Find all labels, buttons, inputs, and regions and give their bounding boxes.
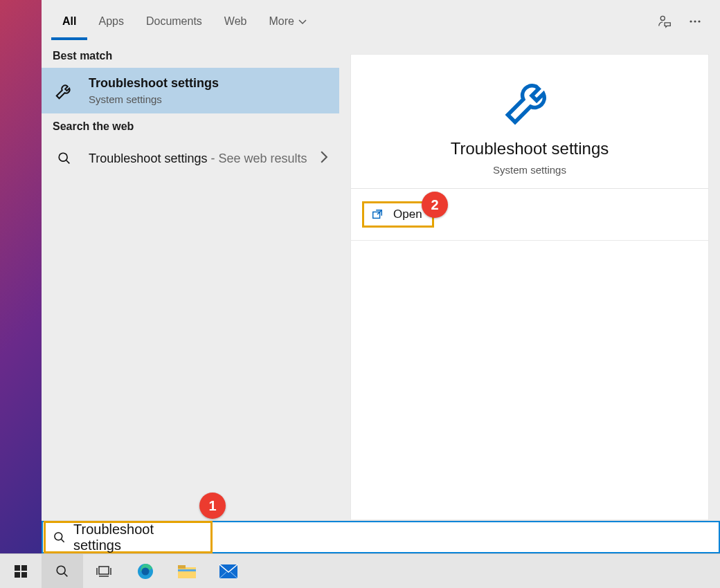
task-view-button[interactable]: [83, 554, 125, 589]
annotation-step-2: 2: [422, 192, 448, 218]
tab-web[interactable]: Web: [213, 3, 258, 40]
search-icon: [53, 531, 66, 544]
svg-point-4: [59, 153, 67, 161]
results-left-column: Best match Troubleshoot settings System …: [42, 43, 339, 520]
svg-rect-15: [178, 567, 196, 578]
web-result-suffix: - See web results: [207, 151, 307, 165]
web-result-text: Troubleshoot settings - See web results: [89, 151, 307, 166]
start-button[interactable]: [0, 554, 42, 589]
svg-rect-16: [178, 565, 186, 569]
best-match-result[interactable]: Troubleshoot settings System settings: [42, 68, 339, 113]
detail-wrench-icon: [501, 71, 559, 129]
best-match-title: Troubleshoot settings: [89, 76, 219, 91]
section-best-match: Best match: [42, 43, 339, 68]
svg-rect-10: [21, 572, 27, 578]
desktop-background: [0, 0, 42, 553]
search-input-value: Troubleshoot settings: [73, 522, 204, 553]
search-results-panel: All Apps Documents Web More Best match: [42, 0, 720, 521]
taskbar-app-edge[interactable]: [125, 554, 166, 589]
taskbar-search-button[interactable]: [42, 554, 83, 589]
taskbar-app-file-explorer[interactable]: [166, 554, 208, 589]
web-result[interactable]: Troubleshoot settings - See web results: [42, 138, 339, 178]
tab-more-label: More: [269, 15, 294, 28]
svg-point-3: [698, 20, 700, 22]
more-options-icon[interactable]: [680, 6, 710, 37]
search-panel-body: Best match Troubleshoot settings System …: [42, 43, 720, 520]
taskbar-app-mail[interactable]: [208, 554, 249, 589]
chevron-right-icon: [320, 151, 328, 166]
svg-point-6: [55, 532, 62, 540]
tab-apps[interactable]: Apps: [87, 3, 134, 40]
annotation-step-1: 1: [199, 493, 226, 519]
open-external-icon: [371, 208, 384, 221]
tab-documents[interactable]: Documents: [135, 3, 213, 40]
detail-actions: Open: [350, 189, 709, 241]
chevron-down-icon: [298, 15, 307, 28]
svg-rect-9: [15, 572, 20, 578]
svg-rect-8: [21, 565, 27, 571]
svg-point-1: [690, 20, 692, 22]
detail-subtitle: System settings: [493, 164, 566, 176]
search-tabs-row: All Apps Documents Web More: [42, 0, 720, 43]
open-button-label: Open: [393, 208, 422, 221]
results-right-column: Troubleshoot settings System settings Op…: [339, 43, 720, 520]
section-search-web: Search the web: [42, 113, 339, 138]
detail-title: Troubleshoot settings: [451, 139, 609, 158]
search-icon: [53, 147, 76, 170]
wrench-icon: [53, 79, 76, 102]
best-match-text: Troubleshoot settings System settings: [89, 76, 219, 105]
taskbar: [0, 553, 720, 588]
detail-blank-area: [350, 241, 709, 520]
svg-rect-7: [15, 565, 20, 571]
feedback-icon[interactable]: [649, 6, 680, 37]
svg-rect-12: [99, 567, 109, 574]
search-input[interactable]: Troubleshoot settings: [44, 521, 213, 553]
detail-card: Troubleshoot settings System settings: [350, 54, 709, 189]
tab-all[interactable]: All: [51, 3, 87, 40]
svg-point-2: [694, 20, 696, 22]
tab-more[interactable]: More: [258, 3, 317, 40]
web-result-title: Troubleshoot settings: [89, 151, 207, 165]
svg-point-0: [660, 16, 665, 20]
best-match-subtitle: System settings: [89, 93, 219, 105]
svg-point-11: [57, 566, 65, 574]
svg-rect-17: [178, 569, 196, 571]
svg-point-14: [142, 567, 150, 575]
